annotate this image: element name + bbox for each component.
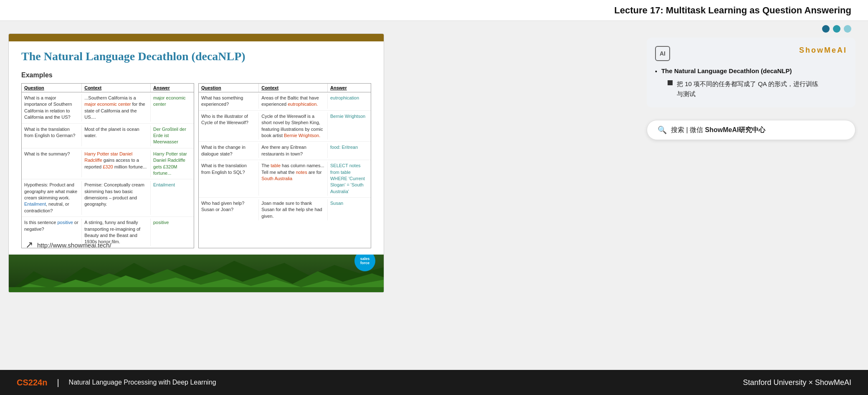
url-text: http://www.showmeai.tech/ xyxy=(37,242,111,249)
table-row: Who is the illustrator of Cycle of the W… xyxy=(199,111,371,142)
bullet-dot: • xyxy=(655,68,657,75)
cell-answer: Der Großteil der Erde ist Meerwasser xyxy=(151,125,194,146)
lecture-title: Lecture 17: Multitask Learning as Questi… xyxy=(614,5,851,16)
cell-answer: major economic center xyxy=(151,94,194,122)
search-text: 搜索 | 微信 ShowMeAI研究中心 xyxy=(671,126,765,135)
table-row: What is a major importance of Southern C… xyxy=(22,92,194,124)
card-sub-item: 把 10 项不同的任务都写成了 QA 的形式，进行训练 与测试 xyxy=(668,79,847,99)
showmeai-brand: ShowMeAI xyxy=(799,46,847,55)
cell-context: Most of the planet is ocean water. xyxy=(82,125,151,146)
search-icon: 🔍 xyxy=(658,125,667,135)
table-row: Who had given help? Susan or Joan? Joan … xyxy=(199,198,371,222)
cell-question: Who had given help? Susan or Joan? xyxy=(199,199,259,220)
cell-answer: food: Eritrean xyxy=(328,143,371,158)
col-q-header-2: Question xyxy=(199,84,259,92)
cell-answer: Harry Potter star Daniel Radcliffe gets … xyxy=(151,150,194,178)
cell-question: Hypothesis: Product and geography are wh… xyxy=(22,181,82,215)
slide-footer: salesforce xyxy=(9,255,384,292)
table2-header: Question Context Answer xyxy=(199,84,371,92)
cell-answer: SELECT notes from table WHERE 'Current S… xyxy=(328,162,371,196)
cell-answer: Entailment xyxy=(151,181,194,215)
cell-answer: Susan xyxy=(328,199,371,220)
tables-row: Question Context Answer What is a major … xyxy=(21,83,371,248)
cell-context: ...Southern California is a major econom… xyxy=(82,94,151,122)
cell-context: Are there any Eritrean restaurants in to… xyxy=(259,143,328,158)
search-box[interactable]: 🔍 搜索 | 微信 ShowMeAI研究中心 xyxy=(647,120,855,140)
cell-answer: eutrophication xyxy=(328,94,371,109)
qa-table-2: Question Context Answer What has somethi… xyxy=(198,83,371,248)
table-row: What is the summary? Harry Potter star D… xyxy=(22,148,194,180)
slide-title: The Natural Language Decathlon (decaNLP) xyxy=(21,50,371,63)
dot-1[interactable] xyxy=(822,25,830,33)
course-full-name: Natural Language Processing with Deep Le… xyxy=(69,379,216,386)
dot-3[interactable] xyxy=(844,25,851,33)
right-panel: AI ShowMeAI • The Natural Language Decat… xyxy=(647,38,855,140)
slide-url: ↗ http://www.showmeai.tech/ xyxy=(25,240,111,250)
qa-table-1: Question Context Answer What is a major … xyxy=(21,83,194,248)
examples-label: Examples xyxy=(21,71,371,79)
card-bullet-main: • The Natural Language Decathlon (decaNL… xyxy=(655,67,847,75)
cell-context: Cycle of the Werewolf is a short novel b… xyxy=(259,112,328,140)
cell-question: Who is the illustrator of Cycle of the W… xyxy=(199,112,259,140)
sub-square xyxy=(668,80,673,85)
cell-question: What is the change in dialogue state? xyxy=(199,143,259,158)
col-a-header-1: Answer xyxy=(151,84,194,92)
cell-question: What is the translation from English to … xyxy=(199,162,259,196)
card-main-text: The Natural Language Decathlon (decaNLP) xyxy=(661,67,792,74)
card-header: AI ShowMeAI xyxy=(655,46,847,61)
slide-container: The Natural Language Decathlon (decaNLP)… xyxy=(8,33,384,293)
mountain-svg xyxy=(9,255,384,292)
table-row: Hypothesis: Product and geography are wh… xyxy=(22,179,194,217)
table-row: What is the translation from English to … xyxy=(22,124,194,148)
cell-answer: positive xyxy=(151,219,194,246)
cell-question: What is the translation from English to … xyxy=(22,125,82,146)
cell-question: What has something experienced? xyxy=(199,94,259,109)
cell-context: Harry Potter star Daniel Radcliffe gains… xyxy=(82,150,151,178)
dot-2[interactable] xyxy=(833,25,840,33)
bottom-bar: CS224n | Natural Language Processing wit… xyxy=(0,370,868,395)
col-c-header-1: Context xyxy=(82,84,151,92)
slide-header-bar xyxy=(9,34,384,41)
cell-context: Joan made sure to thank Susan for all th… xyxy=(259,199,328,220)
slide-content: The Natural Language Decathlon (decaNLP)… xyxy=(9,41,384,257)
table1-header: Question Context Answer xyxy=(22,84,194,92)
cell-answer: Bernie Wrightson xyxy=(328,112,371,140)
nav-dots[interactable] xyxy=(822,25,851,33)
bottom-left: CS224n | Natural Language Processing wit… xyxy=(17,378,216,387)
table-row: What is the translation from English to … xyxy=(199,160,371,198)
table-row: What has something experienced? Areas of… xyxy=(199,92,371,111)
cell-context: Premise: Conceptually cream skimming has… xyxy=(82,181,151,215)
showmeai-card: AI ShowMeAI • The Natural Language Decat… xyxy=(647,38,855,107)
card-sub-text: 把 10 项不同的任务都写成了 QA 的形式，进行训练 与测试 xyxy=(677,79,818,99)
url-icon: ↗ xyxy=(25,240,33,250)
ai-icon: AI xyxy=(655,46,670,61)
table-row: What is the change in dialogue state? Ar… xyxy=(199,142,371,160)
col-c-header-2: Context xyxy=(259,84,328,92)
cell-context: Areas of the Baltic that have experience… xyxy=(259,94,328,109)
col-q-header-1: Question xyxy=(22,84,82,92)
cs224n-label: CS224n xyxy=(17,378,47,387)
bottom-right: Stanford University × ShowMeAI xyxy=(743,378,851,387)
svg-rect-3 xyxy=(9,287,384,292)
col-a-header-2: Answer xyxy=(328,84,371,92)
cell-context: The table has column names... Tell me wh… xyxy=(259,162,328,196)
cell-question: What is the summary? xyxy=(22,150,82,178)
cell-question: What is a major importance of Southern C… xyxy=(22,94,82,122)
header: Lecture 17: Multitask Learning as Questi… xyxy=(0,0,868,21)
course-divider: | xyxy=(57,378,59,387)
